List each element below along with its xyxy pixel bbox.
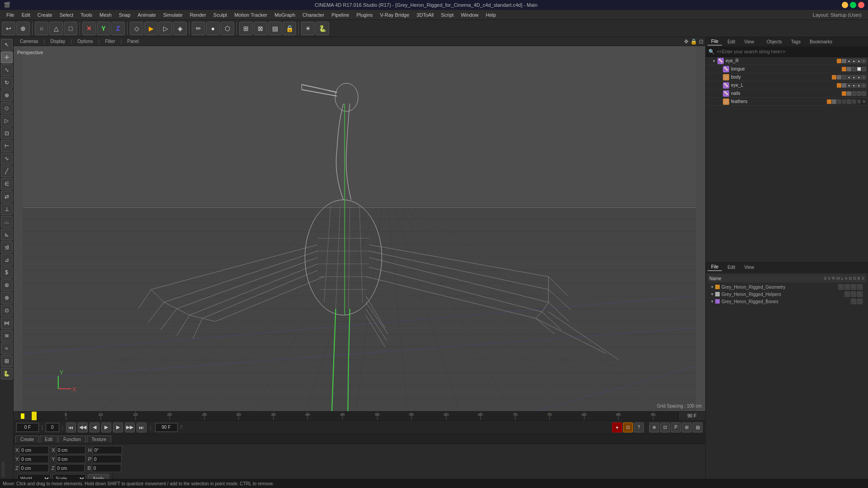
y-pos-input[interactable] <box>19 455 49 463</box>
p-input[interactable] <box>92 455 122 463</box>
search-input[interactable] <box>717 49 865 54</box>
tool-7[interactable]: ⊥ <box>1 203 13 215</box>
b-input[interactable] <box>92 464 121 472</box>
toolbar-grid[interactable]: ⊞ <box>239 22 253 35</box>
toolbar-python[interactable]: 🐍 <box>316 22 329 35</box>
h-input[interactable] <box>93 446 122 454</box>
toolbar-render-btn[interactable]: ▶ <box>144 22 158 35</box>
prop-item-helpers[interactable]: ▾ Grey_Heron_Rigged_Helpers ⬛ ⬛ ⬛ <box>708 291 866 298</box>
menu-create[interactable]: Create <box>34 11 56 19</box>
viewport-center-icon[interactable]: ✥ <box>684 38 689 45</box>
toolbar-layout[interactable]: ▤ <box>268 22 282 35</box>
toolbar-circle2[interactable]: ● <box>206 22 220 35</box>
vp-tab-panel[interactable]: Panel <box>123 38 144 45</box>
tool-mirror[interactable]: ⇄ <box>1 191 13 202</box>
prop-item-geometry[interactable]: ▾ Grey_Heron_Rigged_Geometry ⬛ ⬛ ⬛ ⬛ <box>708 283 866 291</box>
tool-10[interactable]: ⊴ <box>1 241 13 253</box>
tool-5[interactable]: ∿ <box>1 153 13 164</box>
right-tab-tags[interactable]: Tags <box>788 38 804 45</box>
menu-character2[interactable]: Character <box>299 11 328 19</box>
menu-animate[interactable]: Animate <box>134 11 160 19</box>
tool-transform[interactable]: ⊕ <box>1 89 13 101</box>
menu-3dtoall[interactable]: 3DToAll <box>413 11 437 19</box>
list-item-feathers[interactable]: ◻ feathers ⬛ ⬛ ⬛ ⬛ ⬛ ⬛ <box>706 98 868 106</box>
next-frame-btn[interactable]: ▶ <box>113 422 123 432</box>
menu-simulate[interactable]: Simulate <box>160 11 186 19</box>
timeline[interactable]: 5 10 15 20 25 30 35 40 <box>14 411 705 420</box>
toolbar-lock[interactable]: 🔒 <box>283 22 296 35</box>
vp-tab-cameras[interactable]: Cameras <box>15 38 43 45</box>
menu-snap[interactable]: Snap <box>115 11 134 19</box>
tool-4[interactable]: ⊢ <box>1 140 13 152</box>
play-btn[interactable]: ▶ <box>101 422 111 432</box>
tool-8[interactable]: ⌓ <box>1 216 13 228</box>
menu-plugins[interactable]: Plugins <box>353 11 376 19</box>
toolbar-render-view[interactable]: ▷ <box>159 22 172 35</box>
toolbar-material[interactable]: ◈ <box>173 22 187 35</box>
menu-mesh[interactable]: Mesh <box>96 11 115 19</box>
playback-icon-1[interactable]: ⊕ <box>649 422 659 432</box>
tool-12[interactable]: $ <box>1 267 13 278</box>
list-item-nails[interactable]: 🦴 nails ⬛ ⬛ ⬛ <box>706 89 868 98</box>
minimize-button[interactable] <box>842 2 848 8</box>
tool-2[interactable]: ▷ <box>1 115 13 127</box>
tool-move[interactable]: ✛ <box>1 52 13 63</box>
toolbar-light[interactable]: ☀ <box>301 22 315 35</box>
end-frame-input[interactable] <box>155 423 178 432</box>
tab-texture[interactable]: Texture <box>87 436 112 443</box>
right-bottom-tab-file[interactable]: File <box>708 263 722 271</box>
toolbar-square[interactable]: □ <box>64 22 77 35</box>
prop-item-bones[interactable]: ▾ Grey_Heron_Rigged_Bones ⬛ ⬛ <box>708 298 866 305</box>
menu-select[interactable]: Select <box>56 11 77 19</box>
tab-function[interactable]: Function <box>58 436 85 443</box>
right-tab-edit[interactable]: Edit <box>724 38 739 45</box>
timeline-track[interactable]: 5 10 15 20 25 30 35 40 <box>32 412 678 420</box>
record-btn[interactable]: ● <box>612 422 622 432</box>
toolbar-x-axis[interactable]: ✕ <box>82 22 96 35</box>
prev-frame-btn[interactable]: ◀ <box>90 422 99 432</box>
goto-start-btn[interactable]: ⏮ <box>66 422 76 432</box>
toolbar-grid2[interactable]: ⊠ <box>254 22 267 35</box>
tool-1[interactable]: ◇ <box>1 102 13 114</box>
titlebar-controls[interactable] <box>842 2 864 8</box>
menu-motion-tracker[interactable]: Motion Tracker <box>231 11 271 19</box>
menu-window[interactable]: Window <box>457 11 482 19</box>
tool-scale[interactable]: ⤡ <box>1 64 13 76</box>
menu-mograph[interactable]: MoGraph <box>271 11 299 19</box>
toolbar-hex[interactable]: ⬡ <box>221 22 234 35</box>
tool-13[interactable]: ⊛ <box>1 279 13 291</box>
auto-key-btn[interactable]: ⊡ <box>623 422 633 432</box>
menu-vray[interactable]: V-Ray Bridge <box>377 11 413 19</box>
menu-help[interactable]: Help <box>482 11 500 19</box>
z-size-input[interactable] <box>55 464 85 472</box>
tool-9[interactable]: ⊾ <box>1 229 13 240</box>
toolbar-paint[interactable]: ✏ <box>192 22 205 35</box>
right-bottom-tab-edit[interactable]: Edit <box>724 264 739 271</box>
keyframe-input[interactable] <box>46 423 59 432</box>
toolbar-z-axis[interactable]: Z <box>111 22 125 35</box>
tab-edit[interactable]: Edit <box>40 436 57 443</box>
toolbar-triangle[interactable]: △ <box>49 22 63 35</box>
right-tab-file[interactable]: File <box>708 38 722 46</box>
list-item-eye-r[interactable]: ▾ 🦴 eye_R ▲ ▲ ▲ ▷ <box>706 57 868 65</box>
list-item-body[interactable]: ◻ body ⬛ ▲ ▲ ▲ ▷ <box>706 73 868 81</box>
x-size-input[interactable] <box>56 446 85 454</box>
toolbar-new-obj[interactable]: ⊕ <box>16 22 30 35</box>
list-item-eye-l[interactable]: 🦴 eye_L ▲ ▲ ▲ ▷ <box>706 81 868 89</box>
vp-tab-filter[interactable]: Filter <box>100 38 119 45</box>
right-tab-bookmarks[interactable]: Bookmarks <box>806 38 836 45</box>
y-size-input[interactable] <box>56 455 85 463</box>
menu-pipeline[interactable]: Pipeline <box>328 11 353 19</box>
expand-eye-r[interactable]: ▾ <box>713 59 717 63</box>
vp-tab-display[interactable]: Display <box>46 38 70 45</box>
tool-19[interactable]: ⊞ <box>1 355 13 367</box>
viewport-expand-icon[interactable]: ⊡ <box>699 38 703 45</box>
tool-14[interactable]: ⊗ <box>1 292 13 304</box>
prev-key-btn[interactable]: ◀◀ <box>78 422 88 432</box>
tool-16[interactable]: ⋈ <box>1 317 13 329</box>
tool-3[interactable]: ⊡ <box>1 127 13 139</box>
goto-end-btn[interactable]: ⏭ <box>137 422 146 432</box>
menu-script[interactable]: Script <box>437 11 457 19</box>
viewport-lock-icon[interactable]: 🔒 <box>690 38 697 45</box>
tool-18[interactable]: ≈ <box>1 343 13 354</box>
